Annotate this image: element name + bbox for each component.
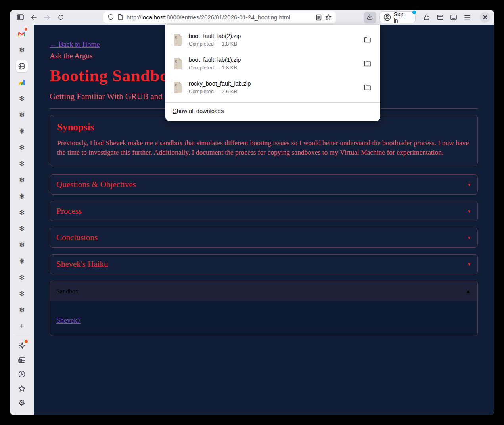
- download-item-texts: boot_fault_lab(1).zip Completed — 1.8 KB: [189, 57, 356, 71]
- download-item[interactable]: boot_fault_lab(2).zip Completed — 1.8 KB: [165, 28, 380, 52]
- download-file-name: rocky_boot_fault_lab.zip: [189, 80, 356, 87]
- sidebar-tab-chatgpt[interactable]: ✻: [16, 207, 28, 218]
- sidebar-toggle-button[interactable]: [14, 12, 27, 23]
- download-status: Completed — 1.8 KB: [189, 65, 356, 71]
- sidebar-tab-chatgpt[interactable]: ✻: [16, 125, 28, 137]
- open-containing-folder-button[interactable]: [362, 58, 373, 69]
- section-title: Shevek's Haiku: [56, 259, 108, 269]
- ai-assistant-button[interactable]: [17, 341, 27, 350]
- download-item[interactable]: rocky_boot_fault_lab.zip Completed — 2.6…: [165, 75, 380, 99]
- chatgpt-icon: ✻: [19, 161, 25, 167]
- sidebar-tab-chatgpt[interactable]: ✻: [16, 255, 28, 267]
- sidebar-tab-analytics[interactable]: [16, 77, 28, 88]
- section-title: Questions & Objectives: [56, 180, 136, 190]
- settings-button[interactable]: ⚙: [17, 398, 27, 408]
- url-text: http://localhost:8000/entries/2026/01/20…: [126, 14, 290, 21]
- url-host: localhost: [142, 14, 165, 21]
- review-checker-button[interactable]: [420, 12, 433, 23]
- gmail-icon: [18, 31, 26, 37]
- zip-file-icon: [173, 57, 183, 70]
- sparkle-icon: [18, 342, 26, 350]
- shevek7-link[interactable]: Shevek7: [56, 316, 81, 324]
- download-file-name: boot_fault_lab(2).zip: [189, 33, 356, 39]
- reader-mode-icon[interactable]: [316, 14, 322, 21]
- download-status: Completed — 2.6 KB: [189, 88, 356, 94]
- bookmark-star-icon[interactable]: [325, 14, 332, 21]
- chatgpt-icon: ✻: [19, 96, 25, 102]
- url-path: :8000/entries/2026/01/2026-01-24_booting…: [165, 14, 290, 21]
- browser-layout-button[interactable]: [447, 12, 460, 23]
- reload-button[interactable]: [54, 12, 67, 23]
- download-status: Completed — 1.8 KB: [189, 41, 356, 47]
- chatgpt-icon: ✻: [19, 258, 25, 265]
- sidebar-tab-chatgpt[interactable]: ✻: [16, 272, 28, 283]
- downloads-panel: boot_fault_lab(2).zip Completed — 1.8 KB: [165, 25, 380, 121]
- history-button[interactable]: [17, 369, 27, 379]
- window-close-button[interactable]: [480, 12, 490, 23]
- sidebar-tab-chatgpt[interactable]: ✻: [16, 190, 28, 202]
- section-questions-objectives[interactable]: Questions & Objectives ▼: [50, 174, 478, 195]
- sign-in-button[interactable]: Sign in: [379, 11, 416, 23]
- desktop-background: http://localhost:8000/entries/2026/01/20…: [0, 0, 504, 425]
- sidebar-tab-chatgpt[interactable]: ✻: [16, 158, 28, 170]
- section-conclusions[interactable]: Conclusions ▼: [50, 228, 478, 248]
- toolbox-button[interactable]: [434, 12, 447, 23]
- sidebar-tab-chatgpt[interactable]: ✻: [16, 93, 28, 105]
- section-sandbox: Sandbox ▲ Shevek7: [50, 281, 478, 336]
- synopsis-title: Synopsis: [57, 122, 470, 133]
- sidebar-tab-chatgpt[interactable]: ✻: [16, 239, 28, 251]
- download-item[interactable]: boot_fault_lab(1).zip Completed — 1.8 KB: [165, 52, 380, 75]
- tab-sidebar: ✻ ✻ ✻ ✻ ✻: [10, 25, 34, 415]
- section-shevek-haiku[interactable]: Shevek's Haiku ▼: [50, 254, 478, 274]
- sidebar-divider: [14, 336, 30, 336]
- notification-dot: [412, 11, 416, 14]
- sidebar-tab-chatgpt[interactable]: ✻: [16, 142, 28, 153]
- history-clock-icon: [18, 370, 26, 378]
- section-sandbox-header[interactable]: Sandbox ▲: [50, 281, 477, 301]
- chevron-down-icon: ▼: [467, 262, 471, 266]
- sidebar-tab-chatgpt[interactable]: ✻: [16, 44, 28, 56]
- open-containing-folder-button[interactable]: [362, 82, 373, 93]
- devices-button[interactable]: [17, 355, 27, 365]
- sidebar-tab-chatgpt[interactable]: ✻: [16, 288, 28, 300]
- chatgpt-icon: ✻: [19, 193, 25, 200]
- downloads-button[interactable]: [364, 12, 376, 23]
- menu-icon: [464, 15, 471, 20]
- back-button[interactable]: [27, 12, 40, 23]
- sidebar-tab-current-page[interactable]: [16, 60, 28, 72]
- chatgpt-icon: ✻: [19, 242, 25, 249]
- shield-icon[interactable]: [107, 14, 114, 21]
- browser-window: http://localhost:8000/entries/2026/01/20…: [10, 10, 494, 415]
- folder-icon: [364, 36, 372, 43]
- bookmarks-button[interactable]: [17, 384, 27, 393]
- sidebar-tab-chatgpt[interactable]: ✻: [16, 109, 28, 121]
- new-tab-button[interactable]: +: [17, 321, 27, 331]
- sidebar-tab-chatgpt[interactable]: ✻: [16, 304, 28, 316]
- chatgpt-icon: ✻: [19, 226, 25, 232]
- url-scheme: http://: [126, 14, 142, 21]
- notification-dot: [25, 340, 28, 343]
- back-to-home-link[interactable]: ← Back to Home: [50, 40, 100, 49]
- section-process[interactable]: Process ▼: [50, 201, 478, 221]
- sidebar-tab-gmail[interactable]: [16, 28, 28, 40]
- chevron-down-icon: ▼: [467, 209, 471, 213]
- chevron-down-icon: ▼: [467, 182, 471, 187]
- chatgpt-icon: ✻: [19, 209, 25, 216]
- chatgpt-icon: ✻: [19, 112, 25, 119]
- forward-button[interactable]: [41, 12, 54, 23]
- section-title: Process: [56, 206, 82, 216]
- sidebar-tab-chatgpt[interactable]: ✻: [16, 174, 28, 186]
- chatgpt-icon: ✻: [19, 274, 25, 281]
- analytics-icon: [18, 79, 26, 86]
- show-all-downloads-link[interactable]: Show all downloads: [165, 103, 380, 119]
- back-icon: [30, 14, 37, 21]
- open-containing-folder-button[interactable]: [362, 34, 373, 45]
- notification-dot: [25, 28, 27, 31]
- sidebar-tab-chatgpt[interactable]: ✻: [16, 223, 28, 235]
- page-icon[interactable]: [117, 14, 123, 21]
- synopsis-card: Synopsis Previously, I had Shevek make m…: [50, 115, 478, 166]
- url-bar[interactable]: http://localhost:8000/entries/2026/01/20…: [103, 11, 336, 23]
- app-menu-button[interactable]: [461, 12, 473, 23]
- chatgpt-icon: ✻: [19, 291, 25, 297]
- download-item-texts: boot_fault_lab(2).zip Completed — 1.8 KB: [189, 33, 356, 47]
